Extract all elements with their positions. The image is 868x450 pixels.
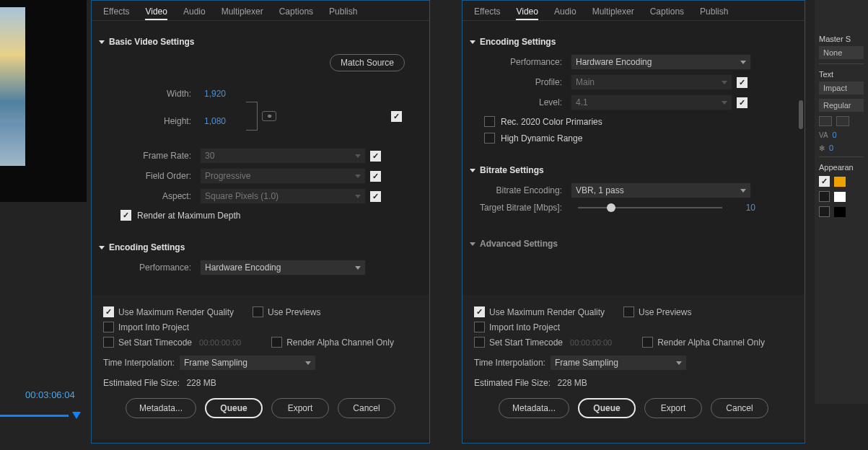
target-bitrate-value[interactable]: 10 xyxy=(734,203,755,213)
shadow-checkbox[interactable] xyxy=(819,206,830,217)
basic-video-header[interactable]: Basic Video Settings xyxy=(99,37,422,47)
tab-multiplexer[interactable]: Multiplexer xyxy=(222,5,263,20)
metadata-button-r[interactable]: Metadata... xyxy=(499,398,569,418)
hdr-checkbox[interactable] xyxy=(484,133,495,144)
tab-effects[interactable]: Effects xyxy=(474,5,500,20)
tab-video[interactable]: Video xyxy=(145,5,167,20)
queue-button[interactable]: Queue xyxy=(205,398,263,418)
slider-handle-icon[interactable] xyxy=(607,203,615,212)
set-start-tc-checkbox-r[interactable] xyxy=(474,337,485,348)
use-previews-checkbox-r[interactable] xyxy=(623,306,634,317)
bitrate-encoding-select[interactable]: VBR, 1 pass xyxy=(571,182,751,198)
fill-checkbox[interactable] xyxy=(819,176,830,187)
encoding-title-r: Encoding Settings xyxy=(480,37,556,47)
match-level-checkbox[interactable] xyxy=(737,97,748,108)
basic-video-title: Basic Video Settings xyxy=(109,37,194,47)
time-interp-select[interactable]: Frame Sampling xyxy=(179,355,316,371)
encoding-header[interactable]: Encoding Settings xyxy=(99,242,422,252)
tab-multiplexer[interactable]: Multiplexer xyxy=(592,5,634,20)
use-previews-label-r: Use Previews xyxy=(639,307,691,317)
weight-select[interactable]: Regular xyxy=(819,99,864,112)
align-center-icon[interactable] xyxy=(836,116,849,126)
queue-button-r[interactable]: Queue xyxy=(578,398,636,418)
use-max-render-checkbox-r[interactable] xyxy=(474,306,485,317)
export-button[interactable]: Export xyxy=(271,398,329,418)
export-button-r[interactable]: Export xyxy=(644,398,702,418)
est-value-r: 228 MB xyxy=(557,378,587,388)
performance-select-r[interactable]: Hardware Encoding xyxy=(571,54,751,70)
playhead-icon[interactable] xyxy=(72,412,81,419)
spacing-value[interactable]: 0 xyxy=(829,144,833,152)
stroke-swatch[interactable] xyxy=(834,192,846,202)
bitrate-header[interactable]: Bitrate Settings xyxy=(470,165,797,175)
tracking-value[interactable]: 0 xyxy=(833,131,837,139)
master-style-select[interactable]: None xyxy=(819,46,864,59)
scrollbar-thumb[interactable] xyxy=(799,100,803,129)
cancel-button[interactable]: Cancel xyxy=(338,398,395,418)
match-profile-checkbox[interactable] xyxy=(737,77,748,88)
caret-down-icon xyxy=(740,189,746,193)
render-alpha-checkbox[interactable] xyxy=(271,337,282,348)
font-select[interactable]: Impact xyxy=(819,81,864,94)
target-bitrate-slider[interactable] xyxy=(578,207,722,208)
tab-video[interactable]: Video xyxy=(516,5,538,20)
use-max-render-checkbox[interactable] xyxy=(103,306,114,317)
tab-publish[interactable]: Publish xyxy=(329,5,357,20)
settings-scroll-right: Encoding Settings Performance: Hardware … xyxy=(463,21,805,295)
chevron-down-icon xyxy=(470,242,475,246)
performance-select[interactable]: Hardware Encoding xyxy=(200,260,366,275)
caret-down-icon xyxy=(676,361,682,365)
tab-audio[interactable]: Audio xyxy=(554,5,577,20)
match-aspect-checkbox[interactable] xyxy=(370,191,381,202)
export-bottom: Use Maximum Render Quality Use Previews … xyxy=(92,295,429,439)
fill-swatch[interactable] xyxy=(834,177,846,187)
tabs: Effects Video Audio Multiplexer Captions… xyxy=(92,1,429,21)
height-value[interactable]: 1,080 xyxy=(200,116,226,126)
tab-effects[interactable]: Effects xyxy=(103,5,129,20)
export-bottom-right: Use Maximum Render Quality Use Previews … xyxy=(463,295,805,439)
rec2020-checkbox[interactable] xyxy=(484,116,495,127)
scrollbar[interactable] xyxy=(799,28,803,295)
cancel-button-r[interactable]: Cancel xyxy=(711,398,768,418)
set-start-tc-checkbox[interactable] xyxy=(103,337,114,348)
tab-audio[interactable]: Audio xyxy=(183,5,206,20)
tab-captions[interactable]: Captions xyxy=(279,5,313,20)
render-alpha-checkbox-r[interactable] xyxy=(642,337,653,348)
match-source-button[interactable]: Match Source xyxy=(330,54,405,71)
match-framerate-checkbox[interactable] xyxy=(370,151,381,162)
aspect-select[interactable]: Square Pixels (1.0) xyxy=(200,188,366,204)
tabs-right: Effects Video Audio Multiplexer Captions… xyxy=(463,1,805,21)
tab-captions[interactable]: Captions xyxy=(650,5,684,20)
frame-rate-select[interactable]: 30 xyxy=(200,148,366,164)
caret-down-icon xyxy=(355,175,361,178)
render-max-depth-label: Render at Maximum Depth xyxy=(137,211,240,221)
align-left-icon[interactable] xyxy=(819,116,832,126)
hdr-label: High Dynamic Range xyxy=(501,133,582,144)
match-dim-checkbox[interactable] xyxy=(391,111,402,122)
import-project-checkbox-r[interactable] xyxy=(474,322,485,332)
shadow-swatch[interactable] xyxy=(834,207,846,217)
rec2020-label: Rec. 2020 Color Primaries xyxy=(501,117,602,127)
import-project-label-r: Import Into Project xyxy=(489,322,560,332)
advanced-header[interactable]: Advanced Settings xyxy=(470,239,797,249)
time-interp-select-r[interactable]: Frame Sampling xyxy=(550,355,687,371)
link-icon[interactable] xyxy=(262,111,276,121)
render-max-depth-checkbox[interactable] xyxy=(120,210,131,221)
level-select[interactable]: 4.1 xyxy=(571,94,732,110)
field-order-select[interactable]: Progressive xyxy=(200,168,366,184)
stroke-checkbox[interactable] xyxy=(819,191,830,202)
render-alpha-label: Render Alpha Channel Only xyxy=(286,338,394,348)
timeline[interactable] xyxy=(0,407,87,422)
est-value: 228 MB xyxy=(186,378,216,388)
bitrate-title: Bitrate Settings xyxy=(480,165,544,175)
match-fieldorder-checkbox[interactable] xyxy=(370,171,381,182)
use-previews-checkbox[interactable] xyxy=(253,306,263,317)
width-value[interactable]: 1,920 xyxy=(200,89,226,99)
import-project-checkbox[interactable] xyxy=(103,322,114,332)
tab-publish[interactable]: Publish xyxy=(700,5,728,20)
caret-down-icon xyxy=(722,101,727,105)
metadata-button[interactable]: Metadata... xyxy=(126,398,196,418)
timecode[interactable]: 00:03:06:04 xyxy=(25,389,75,400)
encoding-header-r[interactable]: Encoding Settings xyxy=(470,37,797,47)
profile-select[interactable]: Main xyxy=(571,74,732,90)
